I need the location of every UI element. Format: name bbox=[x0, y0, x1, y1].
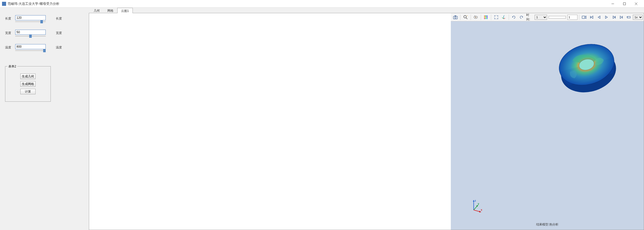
tab-mesh[interactable]: 网格 bbox=[104, 8, 117, 13]
svg-line-24 bbox=[504, 18, 505, 19]
width-right-label: 宽度 bbox=[56, 31, 62, 35]
record-button[interactable] bbox=[581, 14, 588, 21]
color-cube-button[interactable] bbox=[483, 14, 489, 21]
length-input[interactable] bbox=[15, 15, 46, 20]
temperature-slider[interactable] bbox=[15, 50, 46, 51]
temperature-label: 温度 bbox=[5, 45, 13, 50]
svg-rect-19 bbox=[485, 18, 486, 19]
maximize-button[interactable] bbox=[619, 0, 630, 8]
temperature-input[interactable] bbox=[15, 44, 46, 49]
app-icon bbox=[2, 2, 6, 6]
svg-text:z: z bbox=[475, 199, 476, 202]
form-title: 表单2 bbox=[7, 64, 17, 69]
fit-view-button[interactable] bbox=[493, 14, 500, 21]
axis-view-button[interactable]: z bbox=[500, 14, 507, 21]
svg-rect-26 bbox=[582, 16, 585, 19]
width-slider[interactable] bbox=[15, 36, 46, 37]
length-label: 长度 bbox=[5, 16, 13, 21]
svg-rect-17 bbox=[487, 17, 488, 18]
time-label: 时间: bbox=[526, 13, 533, 22]
time-progress[interactable] bbox=[549, 16, 566, 19]
tabs: 几何 网格 云图1 bbox=[89, 8, 644, 13]
app-window: 范峻玮-大连工业大学-螺母受力分析 长度 长度 bbox=[0, 0, 644, 230]
svg-text:y: y bbox=[478, 202, 479, 205]
minimize-button[interactable] bbox=[607, 0, 619, 8]
loop-button[interactable] bbox=[625, 14, 632, 21]
param-length: 长度 长度 bbox=[5, 15, 84, 22]
viewport-area: 几何 网格 云图1 bbox=[89, 8, 644, 230]
width-label: 宽度 bbox=[5, 31, 13, 35]
rotate-ccw-button[interactable] bbox=[510, 14, 517, 21]
svg-point-7 bbox=[464, 15, 466, 18]
axis-triad: z y x bbox=[469, 199, 484, 215]
svg-rect-1 bbox=[623, 3, 626, 5]
sidebar: 长度 长度 宽度 宽度 温度 bbox=[0, 8, 89, 230]
length-right-label: 长度 bbox=[56, 16, 62, 21]
play-button[interactable] bbox=[603, 14, 610, 21]
result-model-render bbox=[552, 34, 623, 106]
svg-text:x: x bbox=[481, 208, 482, 211]
svg-line-8 bbox=[466, 18, 467, 19]
first-frame-button[interactable] bbox=[588, 14, 595, 21]
prev-frame-button[interactable] bbox=[596, 14, 602, 21]
viewport-empty-left bbox=[89, 13, 451, 230]
last-frame-button[interactable] bbox=[618, 14, 625, 21]
frame-input[interactable] bbox=[567, 15, 577, 20]
svg-line-41 bbox=[474, 210, 480, 212]
window-controls bbox=[607, 0, 642, 8]
width-input[interactable] bbox=[15, 30, 46, 35]
svg-line-23 bbox=[502, 17, 504, 19]
svg-rect-14 bbox=[487, 15, 488, 16]
svg-rect-6 bbox=[455, 15, 456, 16]
svg-rect-15 bbox=[484, 17, 485, 18]
screenshot-button[interactable] bbox=[452, 14, 459, 21]
length-slider[interactable] bbox=[15, 21, 46, 22]
viewport-toolbar: z 时间: 1 bbox=[451, 13, 644, 21]
svg-rect-13 bbox=[485, 15, 486, 16]
generate-geometry-button[interactable]: 生成几何 bbox=[20, 74, 36, 79]
titlebar: 范峻玮-大连工业大学-螺母受力分析 bbox=[0, 0, 644, 8]
svg-text:z: z bbox=[504, 15, 505, 16]
svg-rect-18 bbox=[484, 18, 485, 19]
temperature-right-label: 温度 bbox=[56, 45, 62, 50]
zoom-button[interactable] bbox=[462, 14, 469, 21]
svg-rect-4 bbox=[453, 16, 457, 19]
canvas-area[interactable]: z y x 结果模型:热分析 bbox=[451, 21, 644, 230]
tab-geometry[interactable]: 几何 bbox=[90, 8, 104, 13]
generate-mesh-button[interactable]: 生成网格 bbox=[20, 81, 36, 87]
compute-button[interactable]: 计算 bbox=[20, 89, 36, 94]
svg-rect-16 bbox=[485, 17, 486, 18]
close-button[interactable] bbox=[630, 0, 642, 8]
tab-cloud[interactable]: 云图1 bbox=[117, 8, 133, 13]
svg-rect-20 bbox=[487, 18, 488, 19]
time-select[interactable]: 1 bbox=[535, 15, 547, 20]
speed-select[interactable]: 1x bbox=[633, 15, 643, 20]
window-title: 范峻玮-大连工业大学-螺母受力分析 bbox=[8, 2, 607, 6]
param-width: 宽度 宽度 bbox=[5, 30, 84, 37]
param-temperature: 温度 温度 bbox=[5, 44, 84, 51]
rotate-cw-button[interactable] bbox=[518, 14, 525, 21]
select-button[interactable] bbox=[472, 14, 479, 21]
svg-rect-12 bbox=[484, 15, 485, 16]
svg-point-10 bbox=[475, 17, 476, 18]
form-group: 表单2 生成几何 生成网格 计算 bbox=[5, 66, 51, 102]
next-frame-button[interactable] bbox=[610, 14, 617, 21]
result-label: 结果模型:热分析 bbox=[536, 222, 558, 227]
svg-point-5 bbox=[455, 17, 456, 18]
